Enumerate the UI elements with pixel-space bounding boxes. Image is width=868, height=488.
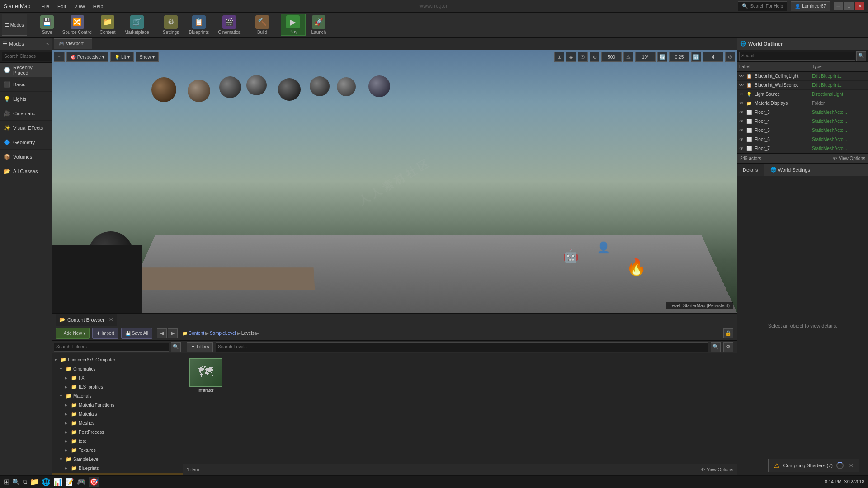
tree-item-0[interactable]: ▼ 📁 Lumineer67/_Computer <box>52 355 183 364</box>
menu-file[interactable]: File <box>38 3 53 10</box>
eye-icon-0[interactable]: 👁 <box>739 74 746 79</box>
minimize-button[interactable]: ─ <box>834 2 843 10</box>
cb-forward-btn[interactable]: ▶ <box>168 328 178 338</box>
breadcrumb-content[interactable]: Content <box>189 331 204 336</box>
outliner-item-7[interactable]: 👁 ⬜ Floor_6 StaticMeshActo... <box>737 135 868 144</box>
eye-icon-8[interactable]: 👁 <box>739 146 746 151</box>
category-lights[interactable]: 💡 Lights <box>0 92 52 106</box>
close-button[interactable]: ✕ <box>855 2 864 10</box>
category-volumes[interactable]: 📦 Volumes <box>0 150 52 164</box>
eye-icon-7[interactable]: 👁 <box>739 137 746 142</box>
viewport-icon-2[interactable]: ◈ <box>566 52 576 62</box>
settings-button[interactable]: ⚙ Settings <box>159 14 184 36</box>
menu-help[interactable]: Help <box>90 3 107 10</box>
category-visual-effects[interactable]: ✨ Visual Effects <box>0 121 52 135</box>
tree-item-6[interactable]: ▶ 📁 Materials <box>52 409 183 418</box>
content-item-infiltrator[interactable]: 🗺 Infiltrator <box>188 358 224 393</box>
app-1[interactable]: 📁 <box>30 478 39 486</box>
cinematics-button[interactable]: 🎬 Cinematics <box>215 14 244 36</box>
eye-icon-4[interactable]: 👁 <box>739 110 746 115</box>
tree-item-4[interactable]: ▼ 📁 Materials <box>52 391 183 400</box>
app-ue4[interactable]: 🎯 <box>89 477 99 487</box>
eye-icon-2[interactable]: 👁 <box>739 92 746 97</box>
perspective-btn[interactable]: 🎯 Perspective ▾ <box>66 52 108 62</box>
num-field[interactable]: 4 <box>703 52 723 62</box>
outliner-item-6[interactable]: 👁 ⬜ Floor_5 StaticMeshActo... <box>737 126 868 135</box>
save-all-button[interactable]: 💾 Save All <box>121 328 152 339</box>
content-button[interactable]: 📁 Content <box>95 14 120 36</box>
expand-icon-6[interactable]: ▶ <box>65 412 71 416</box>
viewport-icon-5[interactable]: ⚠ <box>623 52 633 62</box>
expand-icon-10[interactable]: ▶ <box>65 448 71 452</box>
outliner-search-btn[interactable]: 🔍 <box>856 51 866 61</box>
expand-icon-12[interactable]: ▶ <box>65 466 71 470</box>
tree-item-5[interactable]: ▶ 📁 MaterialFunctions <box>52 400 183 409</box>
blueprints-button[interactable]: 📋 Blueprints <box>184 14 214 36</box>
details-tab[interactable]: Details <box>737 164 764 176</box>
tree-item-9[interactable]: ▶ 📁 test <box>52 436 183 446</box>
menu-view[interactable]: View <box>71 3 89 10</box>
outliner-item-1[interactable]: 👁 📋 Blueprint_WallSconce Edit Blueprint.… <box>737 81 868 90</box>
outliner-search-input[interactable] <box>739 52 855 61</box>
expand-icon-3[interactable]: ▶ <box>65 385 71 389</box>
outliner-item-5[interactable]: 👁 ⬜ Floor_4 StaticMeshActo... <box>737 117 868 126</box>
taskview-icon[interactable]: ⧉ <box>23 478 27 486</box>
lit-btn[interactable]: 💡 Lit ▾ <box>110 52 134 62</box>
app-5[interactable]: 🎮 <box>77 478 86 486</box>
outliner-item-2[interactable]: 👁 💡 Light Source DirectionalLight <box>737 90 868 99</box>
viewport-icon-1[interactable]: ⊞ <box>554 52 564 62</box>
app-4[interactable]: 📝 <box>65 478 74 486</box>
viewport-tab-1[interactable]: 🎮 Viewport 1 <box>54 38 92 49</box>
eye-icon-3[interactable]: 👁 <box>739 101 746 106</box>
tree-item-2[interactable]: ▶ 📁 FX <box>52 373 183 382</box>
category-cinematic[interactable]: 🎥 Cinematic <box>0 106 52 121</box>
play-button[interactable]: ▶ Play <box>281 14 306 36</box>
viewport-icon-3[interactable]: ☉ <box>578 52 588 62</box>
category-basic[interactable]: ⬛ Basic <box>0 77 52 92</box>
tree-item-12[interactable]: ▶ 📁 Blueprints <box>52 464 183 473</box>
expand-icon-1[interactable]: ▼ <box>59 367 66 371</box>
tree-item-7[interactable]: ▶ 📁 Meshes <box>52 418 183 427</box>
content-search-btn[interactable]: 🔍 <box>711 342 721 352</box>
outliner-item-3[interactable]: 👁 📁 MaterialDisplays Folder <box>737 99 868 108</box>
eye-icon-1[interactable]: 👁 <box>739 83 746 88</box>
viewport-icon-7[interactable]: 🔢 <box>691 52 701 62</box>
expand-icon-0[interactable]: ▼ <box>54 358 60 362</box>
folder-search-input[interactable] <box>54 343 169 352</box>
marketplace-button[interactable]: 🛒 Marketplace <box>121 14 153 36</box>
grid-size-field[interactable]: 500 <box>601 52 622 62</box>
add-new-button[interactable]: + Add New ▾ <box>56 328 90 339</box>
view-options-btn[interactable]: 👁 View Options <box>701 467 733 472</box>
expand-icon-5[interactable]: ▶ <box>65 403 71 407</box>
category-geometry[interactable]: 🔷 Geometry <box>0 135 52 150</box>
outliner-item-4[interactable]: 👁 ⬜ Floor_3 StaticMeshActo... <box>737 108 868 117</box>
start-icon[interactable]: ⊞ <box>4 478 9 486</box>
content-browser-close[interactable]: ✕ <box>109 317 113 323</box>
content-settings-btn[interactable]: ⚙ <box>723 342 733 352</box>
world-settings-tab[interactable]: 🌐 World Settings <box>765 164 816 176</box>
tree-item-11[interactable]: ▼ 📁 SampleLevel <box>52 455 183 464</box>
search-icon[interactable]: 🔍 <box>12 479 20 486</box>
tree-item-3[interactable]: ▶ 📁 IES_profiles <box>52 382 183 391</box>
outliner-item-0[interactable]: 👁 📋 Blueprint_CeilingLight Edit Blueprin… <box>737 72 868 81</box>
launch-button[interactable]: 🚀 Launch <box>307 14 331 36</box>
tree-item-1[interactable]: ▼ 📁 Cinematics <box>52 364 183 373</box>
tree-item-8[interactable]: ▶ 📁 PostProcess <box>52 427 183 436</box>
filters-button[interactable]: ▼ Filters <box>187 342 213 352</box>
content-search-input[interactable] <box>216 342 708 352</box>
content-browser-tab[interactable]: 📂 Content Browser ✕ <box>56 314 117 326</box>
expand-icon-9[interactable]: ▶ <box>65 439 71 443</box>
scale-field[interactable]: 0.25 <box>669 52 689 62</box>
compiling-close-btn[interactable]: ✕ <box>849 463 853 469</box>
cb-lock-btn[interactable]: 🔒 <box>723 328 733 338</box>
menu-edit[interactable]: Edit <box>54 3 70 10</box>
tree-item-10[interactable]: ▶ 📁 Textures <box>52 446 183 455</box>
viewport-icon-6[interactable]: 🔄 <box>657 52 667 62</box>
folder-search-btn[interactable]: 🔍 <box>171 342 181 352</box>
app-3[interactable]: 📊 <box>53 478 62 486</box>
viewport[interactable]: 🔥 🤖 👤 人人素材社区 ≡ <box>52 50 737 313</box>
expand-icon-7[interactable]: ▶ <box>65 421 71 425</box>
breadcrumb-samplelevel[interactable]: SampleLevel <box>210 331 236 336</box>
expand-icon-11[interactable]: ▼ <box>59 457 66 461</box>
source-control-button[interactable]: 🔀 Source Control <box>61 14 94 36</box>
